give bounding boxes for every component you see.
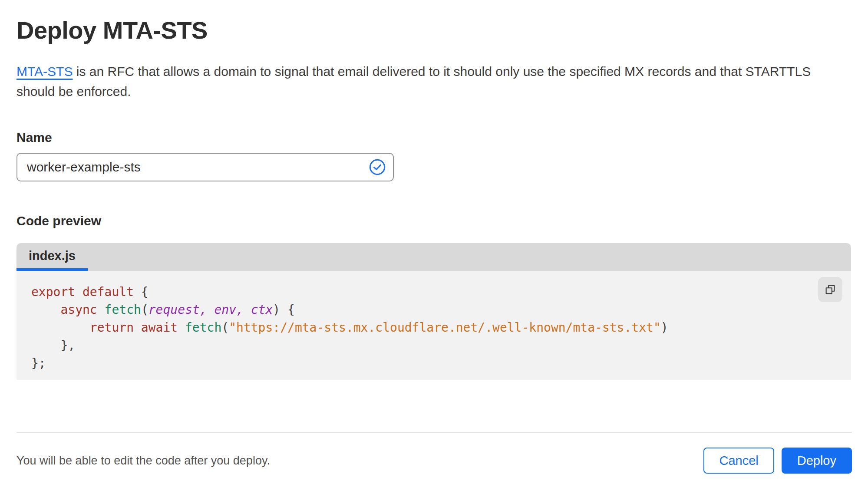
deploy-button[interactable]: Deploy: [782, 448, 852, 474]
name-input-wrapper: [17, 153, 394, 181]
name-label: Name: [17, 130, 851, 145]
code-tab-bar: index.js: [17, 243, 851, 271]
code-line: };: [31, 354, 851, 372]
mta-sts-link[interactable]: MTA-STS: [17, 64, 73, 79]
code-preview-label: Code preview: [17, 214, 851, 228]
copy-button[interactable]: [818, 277, 842, 302]
code-line: },: [31, 336, 851, 354]
code-preview-section: Code preview index.js export default { a…: [17, 214, 851, 380]
cancel-button[interactable]: Cancel: [703, 448, 774, 474]
page-description: MTA-STS is an RFC that allows a domain t…: [17, 62, 833, 102]
footer-actions: Cancel Deploy: [703, 448, 852, 474]
page-title: Deploy MTA-STS: [17, 16, 851, 44]
tab-index-js-label: index.js: [29, 249, 76, 263]
footer-divider: [17, 432, 852, 433]
page-description-text: is an RFC that allows a domain to signal…: [17, 64, 811, 99]
deploy-mta-sts-page: Deploy MTA-STS MTA-STS is an RFC that al…: [0, 0, 868, 474]
code-line: async fetch(request, env, ctx) {: [31, 301, 851, 319]
footer-bar: You will be able to edit the code after …: [17, 448, 852, 474]
code-line: export default {: [31, 283, 851, 301]
code-editor-area: export default { async fetch(request, en…: [17, 271, 851, 380]
code-line: return await fetch("https://mta-sts.mx.c…: [31, 319, 851, 336]
name-field: Name: [17, 130, 851, 181]
footer-note: You will be able to edit the code after …: [17, 454, 270, 468]
name-input[interactable]: [17, 153, 394, 181]
tab-index-js[interactable]: index.js: [17, 243, 88, 271]
code-preview-block: index.js export default { async fetch(re…: [17, 243, 851, 380]
code-content: export default { async fetch(request, en…: [31, 283, 851, 372]
copy-icon: [824, 283, 837, 296]
